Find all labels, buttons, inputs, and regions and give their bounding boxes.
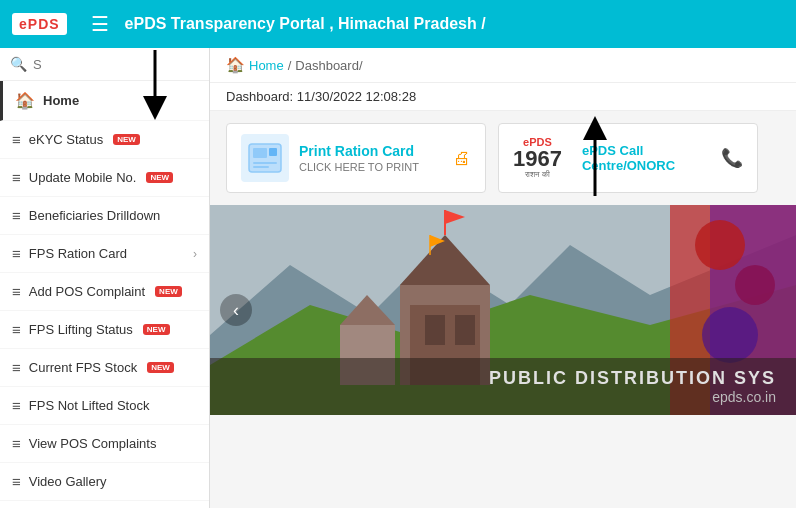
breadcrumb: 🏠 Home / Dashboard/ [210,48,796,83]
new-badge: NEW [155,286,182,297]
sidebar-item-fps-not-lifted-label: FPS Not Lifted Stock [29,398,150,413]
logo-e: e [19,16,28,32]
svg-rect-4 [269,148,277,156]
sidebar-item-view-pos-label: View POS Complaints [29,436,157,451]
epds-sub: राशन की [525,170,550,180]
epds-call-centre-card[interactable]: ePDS 1967 राशन की ePDS Call Centre/ONORC… [498,123,758,193]
print-ration-card[interactable]: Print Ration Card CLICK HERE TO PRINT 🖨 [226,123,486,193]
sidebar-search-bar: 🔍 [0,48,209,81]
sidebar-item-fps-ration-label: FPS Ration Card [29,246,127,261]
call-card-title: ePDS Call Centre/ONORC [582,143,711,173]
sidebar-item-view-pos-complaints[interactable]: ≡ View POS Complaints [0,425,209,463]
sidebar-item-add-pos-complaint[interactable]: ≡ Add POS Complaint NEW [0,273,209,311]
sidebar-item-video-gallery-label: Video Gallery [29,474,107,489]
logo-pds: PDS [28,16,60,32]
chevron-right-icon: › [193,247,197,261]
sidebar-item-video-gallery[interactable]: ≡ Video Gallery [0,463,209,501]
menu-icon: ≡ [12,131,21,148]
epds-logo-box: ePDS 1967 राशन की [513,136,562,180]
menu-icon: ≡ [12,435,21,452]
home-breadcrumb-icon: 🏠 [226,56,245,74]
banner: ‹ PUBLIC DISTRIBUTION SYS epds.co.in [210,205,796,415]
ration-card-icon [241,134,289,182]
banner-sub-text: epds.co.in [230,389,776,405]
sidebar-item-home[interactable]: 🏠 Home [0,81,209,121]
svg-point-17 [695,220,745,270]
svg-rect-12 [455,315,475,345]
print-card-text: Print Ration Card CLICK HERE TO PRINT [299,143,443,173]
svg-point-19 [702,307,758,363]
epds-number: 1967 [513,148,562,170]
sidebar-item-home-label: Home [43,93,79,108]
menu-icon: ≡ [12,245,21,262]
menu-icon: ≡ [12,321,21,338]
home-icon: 🏠 [15,91,35,110]
sidebar-item-update-mobile-label: Update Mobile No. [29,170,137,185]
svg-rect-11 [425,315,445,345]
hamburger-menu[interactable]: ☰ [91,12,109,36]
new-badge: NEW [143,324,170,335]
dashboard-label: Dashboard: [226,89,293,104]
search-input[interactable] [33,57,199,72]
dashboard-bar: Dashboard: 11/30/2022 12:08:28 [210,83,796,111]
print-card-subtitle: CLICK HERE TO PRINT [299,161,443,173]
main-content: 🏠 Home / Dashboard/ Dashboard: 11/30/202… [210,48,796,508]
sidebar-item-update-mobile[interactable]: ≡ Update Mobile No. NEW [0,159,209,197]
sidebar-item-current-fps-label: Current FPS Stock [29,360,137,375]
breadcrumb-separator: / [288,58,292,73]
banner-main-text: PUBLIC DISTRIBUTION SYS [230,368,776,389]
breadcrumb-home-link[interactable]: Home [249,58,284,73]
svg-rect-3 [253,166,269,168]
header-title: ePDS Transparency Portal , Himachal Prad… [125,15,784,33]
sidebar-item-fps-not-lifted[interactable]: ≡ FPS Not Lifted Stock [0,387,209,425]
menu-icon: ≡ [12,169,21,186]
sidebar-item-ekyc-status[interactable]: ≡ eKYC Status NEW [0,121,209,159]
print-card-title: Print Ration Card [299,143,443,159]
new-badge: NEW [147,362,174,373]
dashboard-timestamp: 11/30/2022 12:08:28 [297,89,416,104]
sidebar-item-fps-lifting-label: FPS Lifting Status [29,322,133,337]
logo: ePDS [12,13,67,35]
menu-icon: ≡ [12,473,21,490]
sidebar-item-beneficiaries-drilldown[interactable]: ≡ Beneficiaries Drilldown [0,197,209,235]
call-card-text: ePDS Call Centre/ONORC [572,143,711,173]
new-badge: NEW [146,172,173,183]
print-icon: 🖨 [453,148,471,169]
sidebar-item-current-fps-stock[interactable]: ≡ Current FPS Stock NEW [0,349,209,387]
sidebar-item-fps-lifting-status[interactable]: ≡ FPS Lifting Status NEW [0,311,209,349]
search-icon: 🔍 [10,56,27,72]
cards-row: Print Ration Card CLICK HERE TO PRINT 🖨 … [210,111,796,205]
menu-icon: ≡ [12,283,21,300]
sidebar-item-fps-ration-card[interactable]: ≡ FPS Ration Card › [0,235,209,273]
header: ePDS ☰ ePDS Transparency Portal , Himach… [0,0,796,48]
menu-icon: ≡ [12,207,21,224]
phone-icon: 📞 [721,147,743,169]
sidebar-item-ekyc-label: eKYC Status [29,132,103,147]
breadcrumb-current: Dashboard/ [295,58,362,73]
banner-image: ‹ PUBLIC DISTRIBUTION SYS epds.co.in [210,205,796,415]
menu-icon: ≡ [12,359,21,376]
banner-prev-button[interactable]: ‹ [220,294,252,326]
svg-rect-1 [253,148,267,158]
sidebar: 🔍 🏠 Home ≡ eKYC Status NEW ≡ Update Mobi… [0,48,210,508]
banner-text-overlay: PUBLIC DISTRIBUTION SYS epds.co.in [210,358,796,415]
ration-card-svg [245,138,285,178]
svg-point-18 [735,265,775,305]
menu-icon: ≡ [12,397,21,414]
new-badge: NEW [113,134,140,145]
svg-rect-2 [253,162,277,164]
layout: 🔍 🏠 Home ≡ eKYC Status NEW ≡ Update Mobi… [0,48,796,508]
sidebar-item-beneficiaries-label: Beneficiaries Drilldown [29,208,161,223]
sidebar-item-add-pos-label: Add POS Complaint [29,284,145,299]
